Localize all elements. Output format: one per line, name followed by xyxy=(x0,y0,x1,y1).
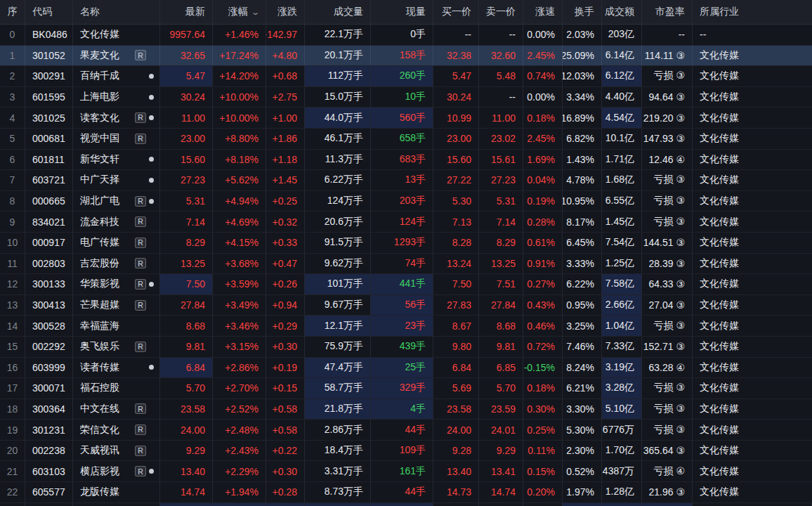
cell-value: 300291 xyxy=(32,70,65,82)
cell-value: 3.31万手 xyxy=(325,465,363,478)
cell-amount: 2.66亿 xyxy=(602,295,642,316)
column-header-ask[interactable]: 卖一价 xyxy=(479,0,523,24)
stock-name: 上海电影 xyxy=(80,91,134,103)
cell-speed: 0.61% xyxy=(523,233,563,253)
stock-row[interactable]: 12300133华策影视R7.50+3.59%+0.26101万手441手7.5… xyxy=(0,274,812,295)
cell-ask: 9.81 xyxy=(479,337,523,357)
cell-value: 亏损 ③ xyxy=(654,424,685,436)
cell-pe: 219.20 ③ xyxy=(642,108,693,128)
stock-row[interactable]: 15002292奥飞娱乐R9.81+3.15%+0.3075.9万手439手9.… xyxy=(0,337,812,358)
column-header-code[interactable]: 代码 xyxy=(25,0,73,24)
column-header-name[interactable]: 名称 xyxy=(73,0,160,24)
margin-trading-r-icon: R xyxy=(135,112,146,123)
cell-latest: 7.50 xyxy=(160,274,213,294)
stock-row[interactable]: 9834021流金科技R7.14+4.69%+0.3220.6万手124手7.1… xyxy=(0,212,812,233)
stock-row[interactable]: 22605577龙版传媒14.74+1.94%+0.288.73万手44手14.… xyxy=(0,482,812,503)
column-header-pct[interactable]: 涨幅⌄ xyxy=(213,0,266,24)
column-header-chg[interactable]: 涨跌 xyxy=(266,0,305,24)
cell-value: 文化传媒 xyxy=(700,91,739,103)
cell-cur: 44手 xyxy=(371,420,433,440)
stock-row[interactable]: 7603721中广天择27.23+5.62%+1.456.22万手13手27.2… xyxy=(0,170,812,191)
cell-bid: 5.30 xyxy=(433,191,479,212)
margin-trading-r-icon: R xyxy=(135,446,146,456)
stock-row[interactable]: 17300071福石控股5.70+2.70%+0.1558.7万手329手5.6… xyxy=(0,378,812,399)
cell-speed: 0.27% xyxy=(523,274,563,294)
column-header-cur[interactable]: 现量 xyxy=(371,0,433,24)
column-header-label: 市盈率 xyxy=(655,6,685,18)
stock-name: 奥飞娱乐 xyxy=(80,340,134,353)
column-header-turn[interactable]: 换手 xyxy=(563,0,602,24)
cell-pe: 64.33 ③ xyxy=(642,274,693,294)
stock-row[interactable]: 14300528幸福蓝海8.68+3.46%+0.2912.1万手23手8.67… xyxy=(0,316,812,337)
stock-row[interactable]: 3601595上海电影30.24+10.00%+2.7515.0万手10手30.… xyxy=(0,87,812,108)
cell-value: 25手 xyxy=(405,361,426,374)
cell-speed: 2.45% xyxy=(523,129,563,149)
column-header-bid[interactable]: 买一价 xyxy=(433,0,479,24)
stock-row[interactable]: 0BK0486文化传媒9957.64+1.46%+142.9722.1万手0手-… xyxy=(0,25,812,46)
stock-row[interactable]: 6601811新华文轩15.60+8.18%+1.1811.3万手683手15.… xyxy=(0,150,812,171)
stock-row[interactable]: 20002238天威视讯R9.29+2.43%+0.2218.4万手109手9.… xyxy=(0,441,812,462)
cell-vol: 91.5万手 xyxy=(305,233,371,253)
cell-value: 25.09% xyxy=(563,50,594,61)
cell-value: 0.61% xyxy=(527,237,555,248)
stock-row[interactable]: 21603103横店影视R13.40+2.29%+0.303.31万手161手1… xyxy=(0,461,812,482)
stock-row[interactable]: 8000665湖北广电R5.31+4.94%+0.25124万手203手5.30… xyxy=(0,191,812,212)
cell-bid: 27.83 xyxy=(433,295,479,316)
column-header-latest[interactable]: 最新 xyxy=(160,0,213,24)
cell-ind: 文化传媒 xyxy=(693,170,812,190)
stock-row[interactable]: 13300413芒果超媒R27.84+3.49%+0.949.67万手56手27… xyxy=(0,295,812,316)
cell-pe: 152.71 ③ xyxy=(642,337,693,357)
stock-row[interactable]: 1301052果麦文化R32.65+17.24%+4.8020.1万手158手3… xyxy=(0,46,812,67)
cell-value: 219.20 ③ xyxy=(643,112,685,124)
cell-cur: 4手 xyxy=(371,399,433,420)
column-header-ind[interactable]: 所属行业 xyxy=(693,0,812,24)
cell-bid: 9.28 xyxy=(433,441,479,461)
cell-amount: 6.14亿 xyxy=(602,46,642,66)
cell-value: 11.00 xyxy=(181,112,205,124)
cell-speed: 0.43% xyxy=(523,295,563,316)
partial-cell-latest xyxy=(160,503,213,506)
stock-row[interactable]: 16603999读者传媒6.84+2.86%+0.1947.4万手25手6.84… xyxy=(0,358,812,379)
cell-value: 0.91% xyxy=(527,258,555,269)
cell-value: 18.4万手 xyxy=(325,444,363,457)
cell-turn: 4.78% xyxy=(563,170,602,190)
column-header-pe[interactable]: 市盈率 xyxy=(642,0,693,24)
cell-name: 奥飞娱乐R xyxy=(73,337,160,357)
cell-seq: 2 xyxy=(0,66,25,86)
cell-pct: +2.52% xyxy=(213,399,266,420)
stock-row[interactable]: 10000917电广传媒R8.29+4.15%+0.3391.5万手1293手8… xyxy=(0,233,812,254)
cell-value: 亏损 ③ xyxy=(654,403,685,415)
stock-row[interactable]: 19301231荣信文化R24.00+2.48%+0.582.86万手44手24… xyxy=(0,420,812,441)
column-header-seq[interactable]: 序 xyxy=(0,0,25,24)
cell-value: +0.58 xyxy=(273,403,297,415)
cell-value: 603103 xyxy=(32,466,65,477)
cell-name: 上海电影 xyxy=(73,87,160,108)
cell-value: 文化传媒 xyxy=(700,49,739,62)
stock-row[interactable]: 11002803吉宏股份R13.25+3.68%+0.479.62万手74手13… xyxy=(0,254,812,275)
cell-value: 5.48 xyxy=(497,70,516,82)
column-header-speed[interactable]: 涨速 xyxy=(523,0,563,24)
cell-value: +2.48% xyxy=(225,424,258,436)
cell-value: 9.81 xyxy=(497,341,516,352)
cell-value: -- xyxy=(509,91,516,103)
margin-trading-r-icon: R xyxy=(135,403,146,414)
stock-name: 幸福蓝海 xyxy=(80,320,134,332)
cell-value: +0.25 xyxy=(273,195,297,207)
cell-value: 6 xyxy=(10,154,15,165)
stock-row[interactable]: 5000681视觉中国R23.00+8.80%+1.8646.1万手658手23… xyxy=(0,129,812,150)
stock-row[interactable]: 2300291百纳千成5.47+14.20%+0.68112万手260手5.47… xyxy=(0,66,812,87)
cell-turn: 0.52% xyxy=(563,461,602,481)
cell-ask: 13.41 xyxy=(479,461,523,481)
cell-amount: 7.33亿 xyxy=(602,337,642,357)
cell-value: +0.26 xyxy=(273,278,297,290)
column-header-amount[interactable]: 成交额 xyxy=(602,0,642,24)
column-header-vol[interactable]: 成交量 xyxy=(305,0,371,24)
cell-value: 47.4万手 xyxy=(325,361,363,374)
stock-row[interactable]: 4301025读客文化R11.00+10.00%+1.0044.0万手560手1… xyxy=(0,108,812,129)
cell-chg: +0.25 xyxy=(266,191,305,212)
cell-ask: 32.60 xyxy=(479,46,523,66)
stock-row[interactable]: 18300364中文在线R23.58+2.52%+0.5821.8万手4手23.… xyxy=(0,399,812,420)
cell-value: 6.84 xyxy=(452,362,471,373)
cell-value: 24.00 xyxy=(181,424,205,436)
cell-name: 龙版传媒 xyxy=(73,482,160,502)
